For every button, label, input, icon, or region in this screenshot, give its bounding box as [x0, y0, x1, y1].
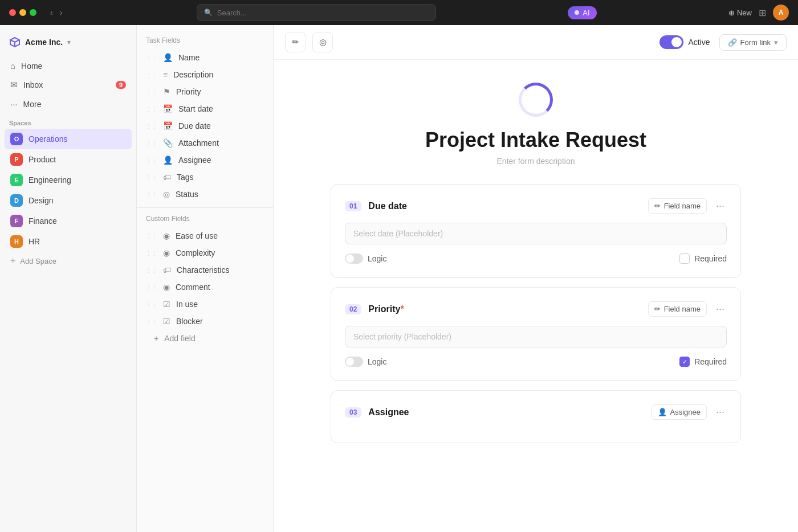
back-button[interactable]: ‹	[48, 7, 55, 18]
active-toggle[interactable]	[659, 35, 683, 49]
add-field-button[interactable]: + Add field	[137, 330, 273, 347]
sidebar-item-home[interactable]: ⌂ Home	[5, 57, 132, 75]
field-priority[interactable]: ⋮⋮ ⚑ Priority	[137, 83, 273, 100]
field-complexity[interactable]: ⋮⋮ ◉ Complexity	[137, 244, 273, 261]
required-checkbox-02[interactable]: ✓	[679, 357, 690, 367]
field-name-label-01: Field name	[664, 202, 701, 210]
sidebar-item-inbox[interactable]: ✉ Inbox 9	[5, 76, 132, 94]
grid-icon[interactable]: ⊞	[759, 7, 766, 18]
field-name-button-01[interactable]: ✏ Field name	[648, 198, 707, 214]
field-comment-label: Comment	[176, 283, 210, 292]
card-number-01: 01	[345, 201, 361, 211]
task-fields-label: Task Fields	[137, 34, 273, 49]
status-field-icon: ◎	[163, 190, 170, 199]
hr-label: HR	[28, 237, 40, 246]
add-space-label: Add Space	[20, 257, 56, 265]
close-control[interactable]	[9, 9, 16, 16]
field-description[interactable]: ⋮⋮ ≡ Description	[137, 66, 273, 83]
sidebar-item-hr[interactable]: H HR	[5, 231, 132, 252]
logic-label-01: Logic	[368, 254, 386, 263]
field-blocker[interactable]: ⋮⋮ ☑ Blocker	[137, 313, 273, 330]
add-space-icon: +	[10, 256, 15, 266]
field-comment[interactable]: ⋮⋮ ◉ Comment	[137, 279, 273, 296]
field-start-date[interactable]: ⋮⋮ 📅 Start date	[137, 100, 273, 117]
field-in-use[interactable]: ⋮⋮ ☑ In use	[137, 296, 273, 313]
search-input[interactable]	[217, 9, 429, 17]
due-date-input-mock[interactable]: Select date (Placeholder)	[345, 223, 727, 244]
field-name-button-02[interactable]: ✏ Field name	[648, 301, 707, 317]
content-area: ✏ ◎ Active 🔗 Form link ▾	[274, 25, 798, 532]
sidebar-item-more[interactable]: ··· More	[5, 95, 132, 113]
company-name: Acme Inc.	[25, 38, 63, 47]
form-content: Project Intake Request Enter form descri…	[308, 60, 764, 532]
card-number-03: 03	[345, 407, 361, 418]
form-title: Project Intake Request	[331, 128, 741, 152]
loading-spinner	[519, 83, 553, 117]
new-icon: ⊕	[728, 9, 735, 17]
new-button[interactable]: ⊕ New	[728, 9, 752, 17]
form-link-button[interactable]: 🔗 Form link ▾	[719, 34, 787, 51]
assignee-button-03[interactable]: 👤 Assignee	[652, 404, 707, 420]
field-name[interactable]: ⋮⋮ 👤 Name	[137, 49, 273, 66]
field-assignee[interactable]: ⋮⋮ 👤 Assignee	[137, 152, 273, 169]
more-options-02[interactable]: ···	[714, 303, 727, 315]
topbar-right: ⊕ New ⊞ A	[728, 5, 789, 21]
minimize-control[interactable]	[19, 9, 26, 16]
nav-arrows: ‹ ›	[48, 7, 64, 18]
complexity-field-icon: ◉	[163, 248, 170, 257]
field-in-use-label: In use	[176, 300, 198, 309]
field-attachment[interactable]: ⋮⋮ 📎 Attachment	[137, 134, 273, 152]
sidebar-item-finance[interactable]: F Finance	[5, 211, 132, 231]
field-status[interactable]: ⋮⋮ ◎ Status	[137, 186, 273, 203]
sidebar-item-operations[interactable]: O Operations	[5, 129, 132, 149]
main-layout: Acme Inc. ▾ ⌂ Home ✉ Inbox 9 ··· More Sp…	[0, 25, 798, 532]
assignee-field-icon: 👤	[163, 155, 173, 165]
sidebar-item-design[interactable]: D Design	[5, 190, 132, 211]
assignee-label-03: Assignee	[670, 408, 701, 416]
logo-icon	[9, 36, 21, 48]
edit-icon: ✏	[292, 37, 299, 47]
logic-toggle-switch-01[interactable]	[345, 253, 363, 264]
sidebar-item-engineering[interactable]: E Engineering	[5, 170, 132, 190]
more-options-01[interactable]: ···	[714, 200, 727, 212]
edit-button[interactable]: ✏	[285, 32, 306, 52]
design-badge-icon: D	[10, 194, 23, 207]
home-label: Home	[21, 62, 42, 71]
forward-button[interactable]: ›	[58, 7, 65, 18]
card-header-priority: 02 Priority* ✏ Field name ···	[345, 301, 727, 317]
drag-handle-icon: ⋮⋮	[146, 284, 157, 290]
more-options-03[interactable]: ···	[714, 406, 727, 418]
inbox-icon: ✉	[10, 80, 18, 90]
priority-input-mock[interactable]: Select priority (Placeholder)	[345, 326, 727, 347]
field-characteristics[interactable]: ⋮⋮ 🏷 Characteristics	[137, 261, 273, 279]
field-tags[interactable]: ⋮⋮ 🏷 Tags	[137, 169, 273, 186]
ai-button[interactable]: AI	[568, 6, 596, 19]
search-bar[interactable]: 🔍	[197, 4, 436, 21]
card-footer-01: Logic Required	[345, 253, 727, 264]
logic-toggle-switch-02[interactable]	[345, 357, 363, 367]
card-header-due-date: 01 Due date ✏ Field name ···	[345, 198, 727, 214]
add-space-button[interactable]: + Add Space	[0, 252, 136, 270]
sidebar-item-product[interactable]: P Product	[5, 149, 132, 170]
company-logo[interactable]: Acme Inc. ▾	[0, 32, 136, 57]
attachment-field-icon: 📎	[163, 138, 173, 148]
required-check-02: ✓ Required	[679, 357, 727, 367]
window-controls	[9, 9, 36, 16]
maximize-control[interactable]	[30, 9, 36, 16]
field-due-date[interactable]: ⋮⋮ 📅 Due date	[137, 117, 273, 134]
card-footer-02: Logic ✓ Required	[345, 357, 727, 367]
view-button[interactable]: ◎	[312, 32, 333, 52]
field-name-label-02: Field name	[664, 305, 701, 313]
field-ease-of-use[interactable]: ⋮⋮ ◉ Ease of use	[137, 227, 273, 244]
field-due-date-label: Due date	[178, 121, 211, 130]
fields-divider	[137, 207, 273, 208]
drag-handle-icon: ⋮⋮	[146, 250, 157, 256]
design-label: Design	[28, 196, 54, 205]
fields-panel: Task Fields ⋮⋮ 👤 Name ⋮⋮ ≡ Description ⋮…	[137, 25, 274, 532]
drag-handle-icon: ⋮⋮	[146, 157, 157, 163]
field-status-label: Status	[176, 190, 198, 199]
avatar[interactable]: A	[773, 5, 789, 21]
required-checkbox-01[interactable]	[679, 253, 690, 264]
logic-label-02: Logic	[368, 357, 386, 366]
required-star-02: *	[400, 304, 404, 314]
